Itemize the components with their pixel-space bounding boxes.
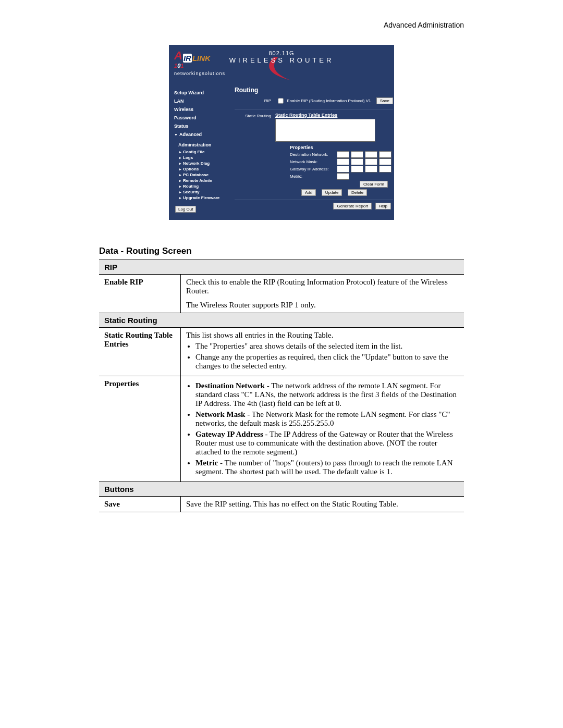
prop-dest-row: Destination Network: [290, 151, 393, 158]
nav-options[interactable]: Options [173, 166, 231, 172]
mask-octet-2[interactable] [351, 158, 363, 165]
main-panel: Routing RIP Enable RIP (Routing Informat… [232, 87, 393, 215]
logout-button[interactable]: Log Out [175, 206, 196, 213]
brand-logo: AIRLINK [174, 49, 225, 63]
mask-octet-1[interactable] [337, 158, 349, 165]
page-header-right: Advanced Administration [99, 21, 464, 29]
rip-row: Enable RIP (Routing Information Protocol… [275, 96, 373, 106]
update-button[interactable]: Update [322, 189, 342, 196]
nav-logs[interactable]: Logs [173, 155, 231, 161]
logo-link: LINK [192, 54, 211, 63]
row-desc-save: Save the RIP setting. This has no effect… [181, 497, 464, 512]
properties-title: Properties [290, 145, 393, 150]
nav-sidebar: Setup Wizard LAN Wireless Password Statu… [172, 87, 232, 215]
nav-status[interactable]: Status [173, 122, 231, 130]
gw-octet-3[interactable] [365, 166, 377, 172]
metric-input[interactable] [337, 173, 349, 180]
enable-rip-text: Enable RIP (Routing Information Protocol… [287, 98, 371, 103]
label-rip: RIP [235, 98, 271, 103]
logo-ir: IR [183, 54, 192, 63]
generate-report-button[interactable]: Generate Report [333, 203, 372, 209]
row-label-sr-entries: Static Routing Table Entries [99, 328, 181, 376]
save-button-rip[interactable]: Save [376, 97, 393, 104]
prop-mask-row: Network Mask: [290, 158, 393, 165]
nav-password[interactable]: Password [173, 114, 231, 122]
static-routing-listbox[interactable] [275, 119, 375, 142]
section-rip: RIP [99, 260, 464, 275]
section-title-routing: Routing [235, 87, 393, 94]
dest-octet-3[interactable] [365, 151, 377, 158]
nav-lan[interactable]: LAN [173, 97, 231, 105]
gw-octet-1[interactable] [337, 166, 349, 172]
nav-setup-wizard[interactable]: Setup Wizard [173, 89, 231, 97]
section-static-routing: Static Routing [99, 313, 464, 328]
dest-octet-4[interactable] [379, 151, 391, 158]
brand-block: AIRLINK 101 networkingsolutions [169, 45, 230, 87]
clear-form-button[interactable]: Clear Form [360, 181, 388, 188]
router-screenshot: AIRLINK 101 networkingsolutions 802.11G … [169, 45, 394, 220]
nav-upgrade-firmware[interactable]: Upgrade Firmware [173, 195, 231, 201]
prop-gw-row: Gateway IP Address: [290, 166, 393, 172]
row-desc-sr-entries: This list shows all entries in the Routi… [181, 328, 464, 376]
doc-heading: Data - Routing Screen [99, 246, 464, 256]
mask-octet-4[interactable] [379, 158, 391, 165]
label-static-routing: Static Routing [235, 113, 271, 196]
gw-octet-2[interactable] [351, 166, 363, 172]
enable-rip-checkbox[interactable] [278, 98, 283, 103]
row-desc-properties: Destination Network - The network addres… [181, 376, 464, 482]
nav-pc-database[interactable]: PC Database [173, 172, 231, 178]
static-routing-entries-title: Static Routing Table Entries [275, 113, 393, 118]
nav-administration: Administration [173, 141, 231, 149]
data-table: RIP Enable RIP Check this to enable the … [99, 260, 464, 512]
nav-security[interactable]: Security [173, 189, 231, 195]
delete-button[interactable]: Delete [348, 189, 367, 196]
row-label-enable-rip: Enable RIP [99, 275, 181, 313]
nav-advanced[interactable]: Advanced [173, 130, 231, 139]
logo-letter-A: A [174, 49, 182, 63]
row-label-properties: Properties [99, 376, 181, 482]
prop-metric-row: Metric: [290, 173, 393, 180]
router-label: 802.11G Wireless Router [229, 50, 334, 64]
nav-wireless[interactable]: Wireless [173, 105, 231, 114]
brand-tagline: networkingsolutions [174, 71, 225, 76]
help-button[interactable]: Help [375, 203, 391, 209]
section-buttons: Buttons [99, 482, 464, 497]
nav-network-diag[interactable]: Network Diag [173, 161, 231, 166]
nav-remote-admin[interactable]: Remote Admin [173, 178, 231, 183]
dest-octet-2[interactable] [351, 151, 363, 158]
add-button[interactable]: Add [301, 189, 316, 196]
row-desc-enable-rip: Check this to enable the RIP (Routing In… [181, 275, 464, 313]
nav-routing[interactable]: Routing [173, 183, 231, 189]
logo-model: 101 [174, 63, 225, 69]
gw-octet-4[interactable] [379, 166, 391, 172]
nav-config-file[interactable]: Config File [173, 149, 231, 155]
dest-octet-1[interactable] [337, 151, 349, 158]
row-label-save: Save [99, 497, 181, 512]
mask-octet-3[interactable] [365, 158, 377, 165]
